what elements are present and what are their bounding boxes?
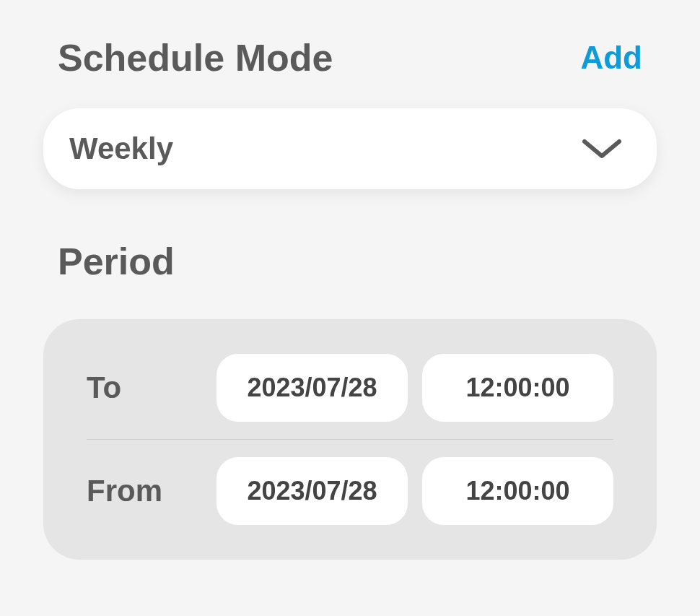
schedule-mode-header: Schedule Mode Add [43,36,657,79]
period-to-date-input[interactable]: 2023/07/28 [216,354,408,422]
period-to-time-input[interactable]: 12:00:00 [422,354,613,422]
schedule-mode-value: Weekly [69,131,173,166]
period-from-inputs: 2023/07/28 12:00:00 [216,457,613,525]
schedule-mode-title: Schedule Mode [58,36,333,79]
period-from-label: From [87,474,216,508]
period-card: To 2023/07/28 12:00:00 From 2023/07/28 1… [43,319,657,560]
period-to-label: To [87,370,216,405]
period-from-time-input[interactable]: 12:00:00 [422,457,613,525]
period-title: Period [43,240,657,283]
period-row-from: From 2023/07/28 12:00:00 [87,440,613,542]
schedule-mode-select[interactable]: Weekly [43,108,657,189]
period-row-to: To 2023/07/28 12:00:00 [87,337,613,440]
period-to-inputs: 2023/07/28 12:00:00 [216,354,613,422]
chevron-down-icon [582,137,622,160]
add-button[interactable]: Add [580,40,642,76]
period-from-date-input[interactable]: 2023/07/28 [216,457,408,525]
